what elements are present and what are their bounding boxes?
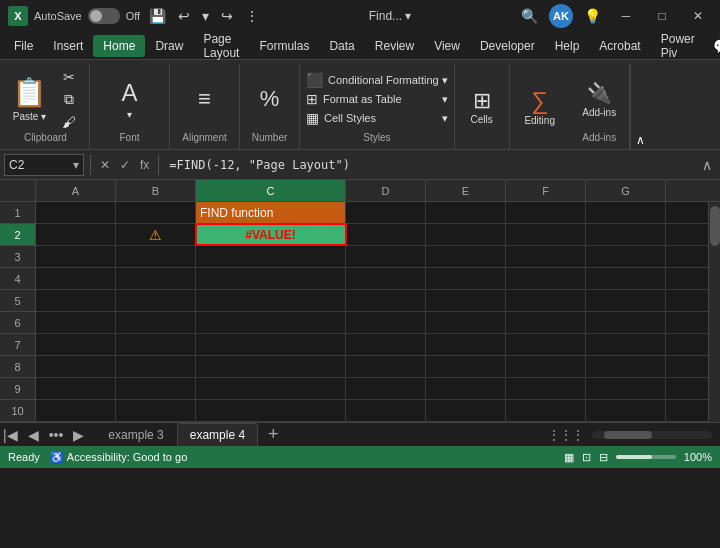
cell-e7[interactable] xyxy=(426,334,506,355)
cell-e2[interactable] xyxy=(426,224,506,245)
col-header-b[interactable]: B xyxy=(116,180,196,201)
row-header-1[interactable]: 1 xyxy=(0,202,35,224)
cell-g9[interactable] xyxy=(586,378,666,399)
qat-more-icon[interactable]: ⋮ xyxy=(242,8,262,24)
cell-g6[interactable] xyxy=(586,312,666,333)
cell-styles-button[interactable]: ▦ Cell Styles ▾ xyxy=(304,109,450,127)
function-wizard-icon[interactable]: fx xyxy=(137,158,152,172)
cell-a2[interactable] xyxy=(36,224,116,245)
formula-expand-icon[interactable]: ∧ xyxy=(698,157,716,173)
cell-d10[interactable] xyxy=(346,400,426,421)
horizontal-scrollbar-thumb[interactable] xyxy=(604,431,652,439)
cell-d5[interactable] xyxy=(346,290,426,311)
cell-b6[interactable] xyxy=(116,312,196,333)
row-header-10[interactable]: 10 xyxy=(0,400,35,422)
formula-input[interactable] xyxy=(165,158,694,172)
cell-d8[interactable] xyxy=(346,356,426,377)
zoom-slider[interactable] xyxy=(616,455,676,459)
formula-cancel-icon[interactable]: ✕ xyxy=(97,158,113,172)
horizontal-scrollbar[interactable] xyxy=(592,431,712,439)
cell-e4[interactable] xyxy=(426,268,506,289)
row-header-6[interactable]: 6 xyxy=(0,312,35,334)
row-header-9[interactable]: 9 xyxy=(0,378,35,400)
cell-e10[interactable] xyxy=(426,400,506,421)
cell-d1[interactable] xyxy=(346,202,426,223)
cell-f9[interactable] xyxy=(506,378,586,399)
cell-c5[interactable] xyxy=(196,290,346,311)
format-as-table-button[interactable]: ⊞ Format as Table ▾ xyxy=(304,90,450,108)
undo-dropdown-icon[interactable]: ▾ xyxy=(199,8,212,24)
menu-insert[interactable]: Insert xyxy=(43,35,93,57)
select-all-icon[interactable] xyxy=(0,180,35,201)
menu-review[interactable]: Review xyxy=(365,35,424,57)
cell-f8[interactable] xyxy=(506,356,586,377)
number-button[interactable]: % xyxy=(252,84,288,114)
idea-icon[interactable]: 💡 xyxy=(581,8,604,24)
restore-button[interactable]: □ xyxy=(648,2,676,30)
cell-c9[interactable] xyxy=(196,378,346,399)
sheet-options-button[interactable]: ⋮⋮⋮ xyxy=(544,428,588,442)
cell-f4[interactable] xyxy=(506,268,586,289)
col-header-g[interactable]: G xyxy=(586,180,666,201)
menu-page-layout[interactable]: Page Layout xyxy=(193,28,249,64)
cell-e1[interactable] xyxy=(426,202,506,223)
comments-icon[interactable]: 💬 xyxy=(705,38,720,54)
cell-f2[interactable] xyxy=(506,224,586,245)
menu-acrobat[interactable]: Acrobat xyxy=(589,35,650,57)
vertical-scrollbar[interactable] xyxy=(708,202,720,422)
cell-g4[interactable] xyxy=(586,268,666,289)
view-normal-icon[interactable]: ▦ xyxy=(564,451,574,464)
menu-help[interactable]: Help xyxy=(545,35,590,57)
cell-e5[interactable] xyxy=(426,290,506,311)
cell-e6[interactable] xyxy=(426,312,506,333)
addins-button[interactable]: 🔌 Add-ins xyxy=(578,79,620,120)
cut-button[interactable]: ✂ xyxy=(55,68,83,86)
conditional-formatting-button[interactable]: ⬛ Conditional Formatting ▾ xyxy=(304,71,450,89)
sheet-tab-example3[interactable]: example 3 xyxy=(95,423,176,446)
row-header-7[interactable]: 7 xyxy=(0,334,35,356)
cell-b2[interactable]: ⚠ xyxy=(116,224,196,245)
add-sheet-button[interactable]: + xyxy=(262,424,285,445)
menu-data[interactable]: Data xyxy=(319,35,364,57)
undo-icon[interactable]: ↩ xyxy=(175,8,193,24)
cell-c3[interactable] xyxy=(196,246,346,267)
cell-c8[interactable] xyxy=(196,356,346,377)
sheet-tab-example4[interactable]: example 4 xyxy=(177,423,258,446)
cell-d7[interactable] xyxy=(346,334,426,355)
view-breaks-icon[interactable]: ⊟ xyxy=(599,451,608,464)
cell-reference-box[interactable]: C2 ▾ xyxy=(4,154,84,176)
paste-button[interactable]: 📋 Paste ▾ xyxy=(8,74,51,124)
next-sheet-button[interactable]: ▶ xyxy=(70,427,87,443)
cell-a7[interactable] xyxy=(36,334,116,355)
cell-a8[interactable] xyxy=(36,356,116,377)
cell-g1[interactable] xyxy=(586,202,666,223)
menu-view[interactable]: View xyxy=(424,35,470,57)
cell-d2[interactable] xyxy=(346,224,426,245)
cell-b9[interactable] xyxy=(116,378,196,399)
cell-a6[interactable] xyxy=(36,312,116,333)
menu-developer[interactable]: Developer xyxy=(470,35,545,57)
cell-g2[interactable] xyxy=(586,224,666,245)
more-sheets-button[interactable]: ••• xyxy=(46,427,67,443)
menu-home[interactable]: Home xyxy=(93,35,145,57)
menu-formulas[interactable]: Formulas xyxy=(249,35,319,57)
row-header-4[interactable]: 4 xyxy=(0,268,35,290)
row-header-8[interactable]: 8 xyxy=(0,356,35,378)
cell-d3[interactable] xyxy=(346,246,426,267)
copy-button[interactable]: ⧉ xyxy=(55,90,83,109)
cell-ref-dropdown[interactable]: ▾ xyxy=(73,158,79,172)
col-header-f[interactable]: F xyxy=(506,180,586,201)
redo-icon[interactable]: ↪ xyxy=(218,8,236,24)
cell-f10[interactable] xyxy=(506,400,586,421)
cells-button[interactable]: ⊞ Cells xyxy=(467,66,497,147)
cell-f1[interactable] xyxy=(506,202,586,223)
cell-a3[interactable] xyxy=(36,246,116,267)
col-header-e[interactable]: E xyxy=(426,180,506,201)
cell-b3[interactable] xyxy=(116,246,196,267)
cell-f6[interactable] xyxy=(506,312,586,333)
cell-c10[interactable] xyxy=(196,400,346,421)
cell-b7[interactable] xyxy=(116,334,196,355)
cell-d6[interactable] xyxy=(346,312,426,333)
formula-confirm-icon[interactable]: ✓ xyxy=(117,158,133,172)
row-header-3[interactable]: 3 xyxy=(0,246,35,268)
